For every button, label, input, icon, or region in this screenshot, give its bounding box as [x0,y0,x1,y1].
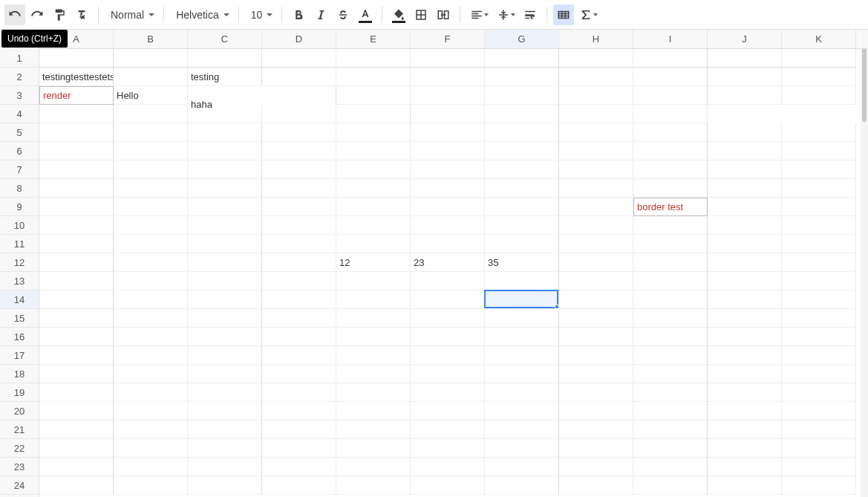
cell[interactable] [559,346,633,365]
cell[interactable] [114,439,188,458]
cell[interactable] [633,309,708,328]
cell[interactable] [336,68,411,86]
cell[interactable] [559,458,633,476]
cell[interactable] [262,216,336,235]
row-header[interactable]: 17 [0,346,39,365]
cell[interactable] [188,476,262,495]
cell[interactable] [114,68,188,86]
cell[interactable] [782,123,856,142]
cell[interactable] [559,290,633,309]
cell[interactable]: 12 [336,253,411,272]
cell[interactable] [411,290,485,309]
cell[interactable] [485,123,559,142]
strikethrough-button[interactable] [333,4,353,25]
cell[interactable] [559,179,633,198]
column-header[interactable]: J [708,30,782,48]
cell[interactable] [633,346,708,365]
cell[interactable] [188,458,262,476]
cell[interactable] [633,235,708,253]
cell[interactable] [39,309,114,328]
undo-button[interactable] [4,4,25,25]
cell[interactable] [188,160,262,179]
cell[interactable] [262,402,336,420]
cell[interactable] [782,290,856,309]
paint-format-button[interactable] [49,4,70,25]
row-header[interactable]: 6 [0,142,39,160]
cell[interactable] [485,142,559,160]
cell[interactable] [336,420,411,439]
cell[interactable] [782,68,856,86]
cell[interactable] [114,160,188,179]
cell[interactable] [782,476,856,495]
cell[interactable] [188,290,262,309]
cell[interactable] [708,309,782,328]
cell[interactable] [708,272,782,290]
cell[interactable] [114,458,188,476]
cell[interactable] [485,105,559,123]
cell[interactable] [559,383,633,402]
cell[interactable] [336,402,411,420]
cell[interactable] [411,123,485,142]
cell[interactable] [485,160,559,179]
cell[interactable] [485,476,559,495]
cell[interactable] [262,179,336,198]
cell[interactable] [411,420,485,439]
cell[interactable] [114,290,188,309]
cell[interactable] [708,160,782,179]
cell[interactable] [188,272,262,290]
cell[interactable] [559,235,633,253]
column-header[interactable]: I [633,30,708,48]
cell[interactable] [114,105,188,123]
cell[interactable] [411,179,485,198]
cell[interactable] [39,253,114,272]
cell[interactable] [39,402,114,420]
cell[interactable] [708,49,782,68]
cell[interactable] [633,86,708,105]
vertical-scrollbar[interactable] [861,30,868,497]
cell[interactable] [485,328,559,346]
cell[interactable] [411,328,485,346]
cell[interactable] [708,420,782,439]
cell[interactable]: 35 [485,253,559,272]
cell[interactable] [114,309,188,328]
cell[interactable] [188,346,262,365]
cell[interactable] [262,272,336,290]
cell[interactable] [262,253,336,272]
cell[interactable] [262,476,336,495]
cell[interactable] [411,142,485,160]
cell[interactable] [336,328,411,346]
cell[interactable] [708,476,782,495]
fill-color-button[interactable] [388,4,409,25]
cell[interactable] [782,365,856,383]
cell[interactable] [114,328,188,346]
borders-button[interactable] [411,4,431,25]
cell[interactable] [633,383,708,402]
cell[interactable] [262,365,336,383]
cell[interactable] [485,383,559,402]
cell[interactable] [411,68,485,86]
cell[interactable] [114,476,188,495]
cell[interactable] [114,216,188,235]
cell[interactable] [39,458,114,476]
cell[interactable] [39,383,114,402]
cell[interactable]: 23 [411,253,485,272]
cell[interactable] [39,272,114,290]
cell[interactable] [114,383,188,402]
cell[interactable] [782,142,856,160]
row-header[interactable]: 12 [0,253,39,272]
column-header[interactable]: H [559,30,633,48]
vertical-align-button[interactable] [493,4,518,25]
cell[interactable] [114,49,188,68]
cell[interactable] [485,439,559,458]
font-family-dropdown[interactable]: Helvetica [170,4,232,25]
cell[interactable] [188,420,262,439]
cell[interactable] [188,365,262,383]
cell[interactable] [262,123,336,142]
cell[interactable] [485,272,559,290]
cell[interactable]: border test [633,198,708,216]
cell[interactable] [708,179,782,198]
cell[interactable] [262,309,336,328]
font-size-dropdown[interactable]: 10 [245,4,276,25]
cell[interactable] [485,346,559,365]
cell[interactable] [39,49,114,68]
